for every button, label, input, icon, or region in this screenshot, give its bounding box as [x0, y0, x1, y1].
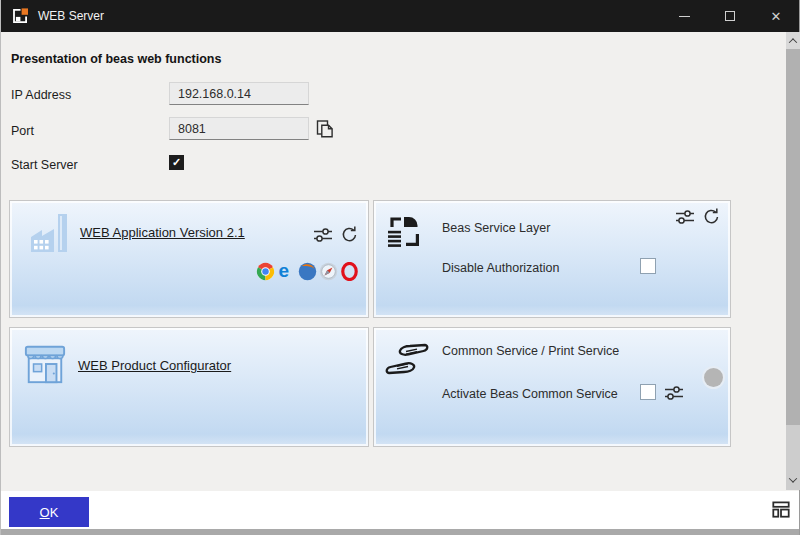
service-layer-title: Beas Service Layer [442, 221, 550, 235]
panel-product-configurator: WEB Product Configurator [9, 327, 369, 447]
scroll-down-button[interactable] [786, 473, 800, 487]
safari-icon[interactable] [319, 262, 338, 281]
disable-authorization-label: Disable Authorization [442, 261, 559, 275]
close-icon: ✕ [771, 10, 782, 23]
web-application-link[interactable]: WEB Application Version 2.1 [80, 225, 245, 240]
form-layout-icon[interactable] [770, 498, 792, 520]
port-label: Port [11, 124, 34, 138]
chrome-icon[interactable] [256, 262, 275, 281]
factory-icon [28, 211, 74, 255]
scrollbar-thumb[interactable] [786, 49, 800, 425]
product-configurator-link[interactable]: WEB Product Configurator [78, 358, 231, 373]
settings-sliders-icon[interactable] [664, 385, 684, 401]
page-title: Presentation of beas web functions [11, 52, 221, 66]
activate-common-service-checkbox[interactable] [640, 384, 656, 400]
window-title: WEB Server [38, 9, 661, 23]
ok-button-label-rest: K [50, 505, 59, 520]
scroll-up-button[interactable] [786, 32, 800, 49]
window-controls: ✕ [661, 0, 799, 32]
web-application-tools [313, 225, 359, 244]
chevron-up-icon [789, 38, 797, 46]
ip-address-label: IP Address [11, 88, 71, 102]
settings-sliders-icon[interactable] [675, 209, 695, 225]
svg-text:e: e [279, 262, 290, 281]
close-button[interactable]: ✕ [753, 0, 799, 32]
firefox-icon[interactable] [298, 262, 317, 281]
refresh-icon[interactable] [340, 225, 359, 244]
ok-button[interactable]: OK [9, 497, 89, 527]
panel-common-service: Common Service / Print Service Activate … [373, 327, 731, 447]
settings-sliders-icon[interactable] [313, 227, 333, 243]
panel-beas-service-layer: Beas Service Layer Disable Authorization [373, 200, 731, 318]
activate-common-service-label: Activate Beas Common Service [442, 387, 618, 401]
maximize-button[interactable] [707, 0, 753, 32]
start-server-label: Start Server [11, 158, 78, 172]
hands-icon [384, 341, 430, 377]
copy-icon[interactable] [315, 119, 335, 139]
maximize-icon [725, 11, 735, 21]
web-server-dialog: WEB Server ✕ Presentation of beas web fu… [0, 0, 800, 535]
common-service-title: Common Service / Print Service [442, 344, 619, 358]
chevron-down-icon [789, 474, 797, 482]
titlebar: WEB Server ✕ [1, 0, 799, 32]
window-bottom-border [1, 529, 799, 535]
opera-icon[interactable] [340, 262, 359, 281]
beas-logo-icon [11, 7, 29, 25]
ip-address-input[interactable] [169, 82, 309, 105]
port-input[interactable] [169, 117, 309, 140]
edge-icon[interactable]: e [277, 262, 296, 281]
vertical-scrollbar[interactable] [786, 32, 800, 490]
minimize-icon [679, 16, 690, 17]
service-layer-tools [675, 207, 721, 226]
disable-authorization-checkbox[interactable] [640, 258, 656, 274]
status-indicator [704, 368, 723, 387]
service-layer-icon [386, 214, 420, 248]
footer-bar: OK [1, 491, 799, 529]
ok-button-label: O [40, 505, 50, 520]
minimize-button[interactable] [661, 0, 707, 32]
refresh-icon[interactable] [702, 207, 721, 226]
browser-icons: e [256, 262, 359, 281]
panel-web-application: WEB Application Version 2.1 [9, 200, 369, 318]
storefront-icon [22, 342, 68, 386]
start-server-checkbox[interactable]: ✓ [169, 155, 184, 170]
